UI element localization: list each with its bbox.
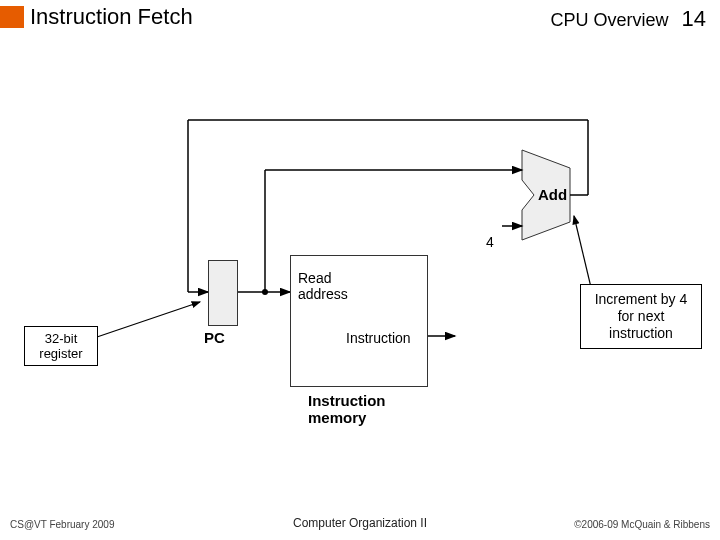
pc-register-box xyxy=(208,260,238,326)
increment-note: Increment by 4 for next instruction xyxy=(580,284,702,349)
section-label: CPU Overview xyxy=(550,10,668,30)
read-address-label: Read address xyxy=(298,270,348,302)
instruction-output-label: Instruction xyxy=(346,330,411,346)
footer-right: ©2006-09 McQuain & Ribbens xyxy=(574,519,710,530)
instruction-memory-label: Instruction memory xyxy=(308,392,386,426)
slide-accent-block xyxy=(0,6,24,28)
slide-title: Instruction Fetch xyxy=(30,4,193,30)
fetch-diagram: PC Read address Instruction Instruction … xyxy=(150,100,590,440)
page-number: 14 xyxy=(682,6,706,31)
register-note: 32-bit register xyxy=(24,326,98,366)
pc-label: PC xyxy=(204,329,225,346)
adder-label: Add xyxy=(538,186,567,203)
constant-four-label: 4 xyxy=(486,234,494,250)
header-right: CPU Overview 14 xyxy=(550,6,706,32)
